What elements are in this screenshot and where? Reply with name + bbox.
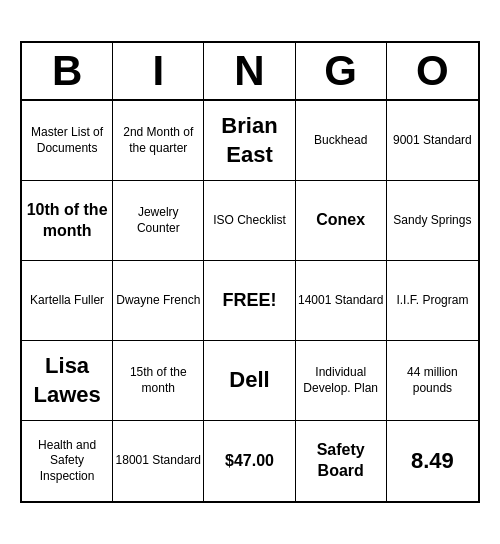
bingo-cell: Conex bbox=[296, 181, 387, 261]
bingo-cell: 44 million pounds bbox=[387, 341, 478, 421]
bingo-cell: 2nd Month of the quarter bbox=[113, 101, 204, 181]
bingo-cell: 18001 Standard bbox=[113, 421, 204, 501]
bingo-cell: Buckhead bbox=[296, 101, 387, 181]
bingo-cell: Sandy Springs bbox=[387, 181, 478, 261]
bingo-cell: I.I.F. Program bbox=[387, 261, 478, 341]
bingo-header: BINGO bbox=[22, 43, 478, 101]
bingo-cell: Safety Board bbox=[296, 421, 387, 501]
header-letter: I bbox=[113, 43, 204, 99]
bingo-cell: FREE! bbox=[204, 261, 295, 341]
header-letter: O bbox=[387, 43, 478, 99]
bingo-cell: Brian East bbox=[204, 101, 295, 181]
bingo-cell: $47.00 bbox=[204, 421, 295, 501]
header-letter: B bbox=[22, 43, 113, 99]
bingo-cell: Health and Safety Inspection bbox=[22, 421, 113, 501]
bingo-cell: 14001 Standard bbox=[296, 261, 387, 341]
bingo-cell: 9001 Standard bbox=[387, 101, 478, 181]
bingo-cell: Kartella Fuller bbox=[22, 261, 113, 341]
bingo-cell: Lisa Lawes bbox=[22, 341, 113, 421]
bingo-cell: Jewelry Counter bbox=[113, 181, 204, 261]
bingo-card: BINGO Master List of Documents2nd Month … bbox=[20, 41, 480, 503]
header-letter: N bbox=[204, 43, 295, 99]
bingo-cell: Master List of Documents bbox=[22, 101, 113, 181]
bingo-cell: Individual Develop. Plan bbox=[296, 341, 387, 421]
bingo-cell: Dell bbox=[204, 341, 295, 421]
bingo-grid: Master List of Documents2nd Month of the… bbox=[22, 101, 478, 501]
bingo-cell: 15th of the month bbox=[113, 341, 204, 421]
bingo-cell: ISO Checklist bbox=[204, 181, 295, 261]
header-letter: G bbox=[296, 43, 387, 99]
bingo-cell: 10th of the month bbox=[22, 181, 113, 261]
bingo-cell: 8.49 bbox=[387, 421, 478, 501]
bingo-cell: Dwayne French bbox=[113, 261, 204, 341]
